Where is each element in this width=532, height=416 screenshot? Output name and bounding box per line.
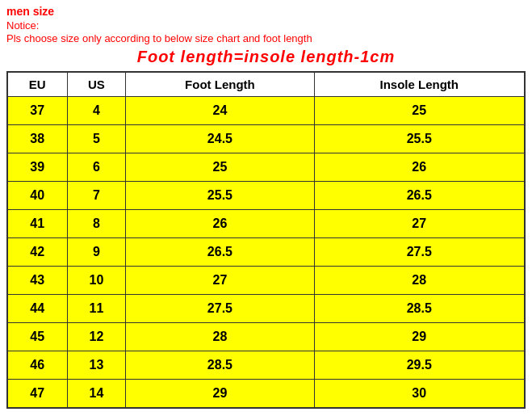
table-row: 43102728 [7,267,525,295]
cell-us: 4 [67,97,126,125]
cell-eu: 42 [7,238,67,267]
cell-us: 10 [67,267,126,295]
table-row: 3962526 [7,153,525,182]
cell-insole: 29 [314,323,525,351]
col-insole: Insole Length [314,72,525,97]
cell-insole: 26.5 [314,182,525,210]
cell-eu: 41 [7,210,67,238]
col-foot: Foot Length [126,72,314,97]
instruction-text: Pls choose size only according to below … [6,32,526,44]
cell-foot: 27.5 [126,295,314,323]
table-row: 42926.527.5 [7,238,525,267]
cell-insole: 27.5 [314,238,525,267]
cell-us: 7 [67,182,126,210]
table-row: 40725.526.5 [7,182,525,210]
cell-insole: 25 [314,97,525,125]
table-row: 441127.528.5 [7,295,525,323]
table-row: 38524.525.5 [7,125,525,153]
cell-eu: 46 [7,351,67,380]
cell-insole: 28 [314,267,525,295]
table-row: 47142930 [7,380,525,409]
table-header-row: EU US Foot Length Insole Length [7,72,525,97]
cell-eu: 43 [7,267,67,295]
cell-us: 5 [67,125,126,153]
size-chart-table: EU US Foot Length Insole Length 37424253… [6,71,526,409]
cell-foot: 24 [126,97,314,125]
page-wrapper: men size Notice: Pls choose size only ac… [0,0,532,414]
cell-foot: 29 [126,380,314,409]
cell-eu: 44 [7,295,67,323]
cell-us: 13 [67,351,126,380]
cell-us: 9 [67,238,126,267]
cell-us: 6 [67,153,126,182]
men-size-title: men size [6,5,526,18]
cell-foot: 26.5 [126,238,314,267]
cell-foot: 28 [126,323,314,351]
cell-eu: 39 [7,153,67,182]
col-us: US [67,72,126,97]
cell-eu: 45 [7,323,67,351]
cell-foot: 24.5 [126,125,314,153]
cell-us: 8 [67,210,126,238]
formula-text: Foot length=insole length-1cm [6,48,526,66]
table-row: 45122829 [7,323,525,351]
cell-us: 14 [67,380,126,409]
cell-us: 11 [67,295,126,323]
table-row: 3742425 [7,97,525,125]
cell-eu: 38 [7,125,67,153]
cell-insole: 30 [314,380,525,409]
col-eu: EU [7,72,67,97]
cell-eu: 37 [7,97,67,125]
table-row: 4182627 [7,210,525,238]
cell-insole: 27 [314,210,525,238]
cell-foot: 26 [126,210,314,238]
cell-insole: 25.5 [314,125,525,153]
cell-eu: 40 [7,182,67,210]
table-row: 461328.529.5 [7,351,525,380]
cell-insole: 29.5 [314,351,525,380]
cell-foot: 27 [126,267,314,295]
cell-us: 12 [67,323,126,351]
cell-eu: 47 [7,380,67,409]
cell-insole: 28.5 [314,295,525,323]
cell-foot: 25.5 [126,182,314,210]
cell-insole: 26 [314,153,525,182]
cell-foot: 28.5 [126,351,314,380]
notice-label: Notice: [6,19,526,32]
cell-foot: 25 [126,153,314,182]
